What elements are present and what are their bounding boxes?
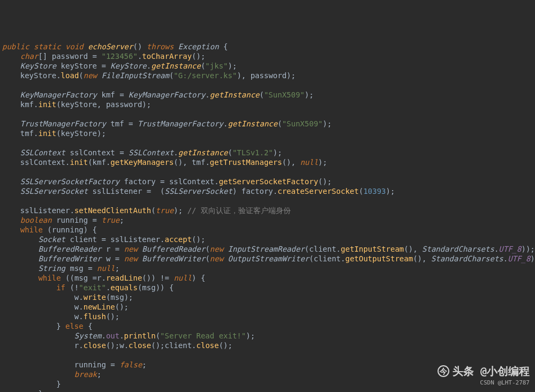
- method-close: close: [129, 341, 151, 350]
- var-tmf: tmf: [192, 158, 205, 167]
- method-readline: readLine: [106, 274, 142, 282]
- type-system: System: [74, 331, 102, 340]
- var-r: r: [106, 245, 110, 253]
- keyword-void: void: [65, 42, 84, 51]
- string-literal: "TLSv1.2": [232, 148, 273, 157]
- method-flush: flush: [84, 312, 106, 321]
- const-utf8: UTF_8: [508, 254, 530, 263]
- type-keymanagerfactory: KeyManagerFactory: [20, 91, 97, 99]
- var-client: client: [70, 235, 97, 244]
- type-standardcharsets: StandardCharsets: [422, 245, 494, 253]
- type-bufferedwriter: BufferedWriter: [38, 254, 101, 263]
- comment: // 双向认证，验证客户端身份: [187, 206, 291, 215]
- keyword-new: new: [84, 71, 97, 80]
- string-literal: "exit": [79, 283, 106, 292]
- keyword-else: else: [65, 322, 84, 330]
- method-getinstance: getInstance: [210, 91, 260, 99]
- var-msg: msg: [74, 274, 88, 282]
- var-password: password: [52, 52, 88, 61]
- type-standardcharsets: StandardCharsets: [431, 254, 503, 263]
- keyword-new: new: [124, 245, 138, 253]
- type-trustmanagerfactory: TrustManagerFactory: [20, 119, 106, 128]
- type-inputstreamreader: InputStreamReader: [228, 245, 305, 253]
- var-password: password: [106, 100, 142, 109]
- watermark-bottom: CSDN @LHT-2787: [438, 378, 530, 388]
- var-factory: factory: [242, 187, 273, 195]
- method-close: close: [197, 341, 219, 350]
- method-tochararray: toCharArray: [142, 52, 192, 61]
- method-println: println: [124, 331, 156, 340]
- var-msg: msg: [142, 283, 155, 292]
- method-write: write: [84, 293, 106, 301]
- keyword-new: new: [124, 254, 138, 263]
- type-bufferedwriter: BufferedWriter: [142, 254, 205, 263]
- type-sslcontext: SSLContext: [129, 148, 174, 157]
- type-bufferedreader: BufferedReader: [142, 245, 205, 253]
- keyword-null: null: [300, 158, 318, 167]
- keyword-null: null: [174, 274, 192, 282]
- type-keystore: KeyStore: [20, 62, 56, 70]
- keyword-boolean: boolean: [20, 216, 52, 224]
- method-createserversocket: createServerSocket: [277, 187, 359, 195]
- method-gettrustmanagers: getTrustManagers: [210, 158, 282, 167]
- var-w: w: [74, 312, 79, 321]
- var-msg: msg: [110, 293, 124, 301]
- var-keystore: keyStore: [61, 100, 97, 109]
- keyword-throws: throws: [147, 42, 174, 51]
- string-literal: "G:/server.ks": [174, 71, 237, 80]
- var-sslcontext: sslContext: [70, 148, 115, 157]
- var-ssllistener: sslListener: [93, 187, 142, 195]
- type-trustmanagerfactory: TrustManagerFactory: [138, 119, 223, 128]
- watermark-top: 今 头条 @小创编程: [438, 365, 530, 377]
- keyword-static: static: [34, 42, 61, 51]
- var-sslcontext: sslContext: [20, 158, 65, 167]
- keyword-public: public: [2, 42, 29, 51]
- code-editor[interactable]: public static void echoServer() throws E…: [2, 42, 533, 392]
- var-keystore: keyStore: [61, 62, 97, 70]
- keyword-true: true: [156, 206, 174, 215]
- const-utf8: UTF_8: [499, 245, 521, 253]
- method-getkeymanagers: getKeyManagers: [110, 158, 174, 167]
- method-getserversocketfactory: getServerSocketFactory: [219, 177, 318, 186]
- method-newline: newLine: [84, 303, 115, 311]
- var-running: running: [74, 360, 106, 369]
- watermark-top-text: 头条 @小创编程: [453, 366, 530, 376]
- string-literal: "SunX509": [282, 119, 323, 128]
- type-bufferedreader: BufferedReader: [38, 245, 101, 253]
- type-exception: Exception: [178, 42, 219, 51]
- var-tmf: tmf: [20, 129, 34, 138]
- type-sslcontext: SSLContext: [20, 148, 65, 157]
- keyword-new: new: [210, 245, 223, 253]
- watermark: 今 头条 @小创编程 CSDN @LHT-2787: [438, 365, 530, 388]
- string-literal: "SunX509": [264, 91, 305, 99]
- method-getinstance: getInstance: [178, 148, 228, 157]
- type-keymanagerfactory: KeyManagerFactory: [129, 91, 205, 99]
- type-socket: Socket: [38, 235, 65, 244]
- var-factory: factory: [124, 177, 156, 186]
- type-sslserversocket: SSLServerSocket: [164, 187, 232, 195]
- method-getoutputstream: getOutputStream: [345, 254, 413, 263]
- method-init: init: [70, 158, 88, 167]
- var-client: client: [309, 245, 336, 253]
- keyword-if: if: [56, 283, 65, 292]
- var-keystore: keyStore: [20, 71, 56, 80]
- var-ssllistener: sslListener: [110, 235, 160, 244]
- type-sslserversocketfactory: SSLServerSocketFactory: [20, 177, 119, 186]
- method-getinstance: getInstance: [151, 62, 201, 70]
- keyword-char: char: [20, 52, 39, 61]
- method-setneedclientauth: setNeedClientAuth: [74, 206, 151, 215]
- var-w: w: [119, 341, 124, 350]
- method-equals: equals: [110, 283, 138, 292]
- method-close: close: [84, 341, 106, 350]
- method-name: echoServer: [88, 42, 133, 51]
- method-accept: accept: [164, 235, 192, 244]
- type-string: String: [38, 264, 65, 273]
- var-tmf: tmf: [110, 119, 124, 128]
- method-getinputstream: getInputStream: [341, 245, 404, 253]
- method-load: load: [61, 71, 79, 80]
- var-r: r: [97, 274, 101, 282]
- var-kmf: kmf: [20, 100, 34, 109]
- var-kmf: kmf: [93, 158, 106, 167]
- method-getinstance: getInstance: [228, 119, 278, 128]
- var-kmf: kmf: [101, 91, 115, 99]
